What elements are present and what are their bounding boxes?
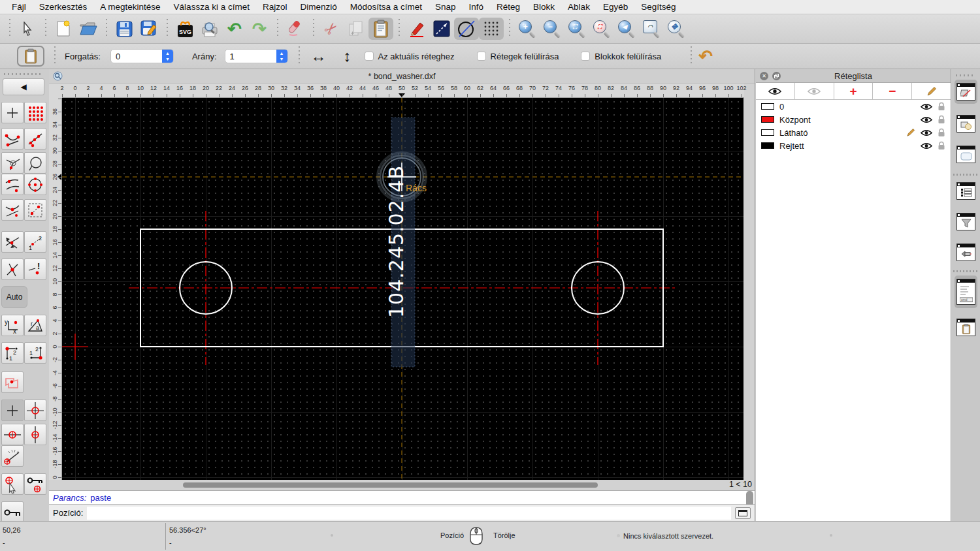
snap-distance-manual-button[interactable]: 12	[24, 231, 46, 253]
zoom-pan-button[interactable]: ✥	[664, 18, 689, 40]
snap-middle-button[interactable]	[1, 199, 24, 221]
menu-item-5[interactable]: Rajzol	[256, 2, 294, 12]
paste-option-checkbox-1[interactable]: Az aktuális réteghez	[365, 52, 455, 61]
drawing-canvas[interactable]: 104.245.02.4BRács	[62, 98, 744, 480]
dock-library-button[interactable]	[955, 142, 977, 166]
menu-item-13[interactable]: Egyéb	[596, 2, 634, 12]
zoom-in-button[interactable]: +	[515, 18, 540, 40]
layer-row-4[interactable]: Rejtett	[756, 139, 951, 152]
snap-auto-arrows-button[interactable]	[1, 231, 24, 253]
active-tool-paste-indicator[interactable]	[17, 46, 44, 67]
layer-visibility-icon[interactable]	[921, 103, 932, 110]
save-as-button[interactable]	[137, 18, 161, 40]
delete-button[interactable]	[283, 18, 308, 40]
menu-item-10[interactable]: Réteg	[490, 2, 527, 12]
hide-all-layers-button[interactable]	[795, 83, 834, 99]
copy-button[interactable]	[344, 18, 368, 40]
lock-button[interactable]	[1, 501, 24, 523]
new-file-button[interactable]	[51, 18, 76, 40]
float-panel-button[interactable]	[772, 72, 781, 80]
dock-drag-handle[interactable]	[956, 74, 975, 76]
layer-visibility-icon[interactable]	[921, 116, 932, 123]
zoom-previous-button[interactable]: ◀	[614, 18, 639, 40]
layer-lock-icon[interactable]	[938, 141, 945, 150]
layer-visibility-icon[interactable]	[921, 129, 932, 136]
zoom-select-button[interactable]: ⛶	[589, 18, 614, 40]
attributes-pen-button[interactable]	[404, 18, 429, 40]
snap-free-button[interactable]	[1, 102, 24, 123]
layer-row-2[interactable]: Központ	[756, 113, 951, 126]
layer-color-swatch[interactable]	[761, 103, 774, 110]
cut-button[interactable]: ✂	[319, 18, 344, 40]
checkbox-icon[interactable]	[365, 52, 374, 61]
document-icon[interactable]	[53, 71, 63, 81]
command-history[interactable]: Parancs: paste	[49, 490, 755, 505]
layer-name[interactable]: Látható	[779, 128, 901, 138]
zoom-out-button[interactable]: −	[540, 18, 564, 40]
menu-item-3[interactable]: A megtekintése	[93, 2, 167, 12]
edit-layer-button[interactable]	[912, 83, 951, 99]
menu-item-9[interactable]: Infó	[463, 2, 491, 12]
dock-plugin-button[interactable]	[955, 240, 977, 264]
document-tab-title[interactable]: * bond_washer.dxf	[49, 72, 755, 81]
snap-intersection-manual-button[interactable]: !	[24, 259, 46, 280]
horizontal-scrollbar[interactable]	[62, 480, 744, 490]
snap-on-entity-button[interactable]	[24, 128, 46, 150]
rotation-spinbox[interactable]: 0 ▲▼	[110, 49, 174, 63]
snap-perpendicular-button[interactable]	[1, 152, 24, 174]
zoom-auto-button[interactable]: ⛶	[564, 18, 589, 40]
dock-command-widget-button[interactable]: cmd	[955, 276, 977, 308]
svg-export-button[interactable]: SVG	[172, 18, 197, 40]
snap-distance-button[interactable]	[24, 199, 46, 221]
lock-relative-zero-button[interactable]	[24, 473, 46, 495]
menu-item-1[interactable]: Fájl	[5, 2, 33, 12]
restrict-angle-button[interactable]	[1, 445, 24, 467]
zoom-window-button[interactable]: ◠	[639, 18, 664, 40]
undo-button[interactable]: ↶	[222, 18, 247, 40]
palette-drag-handle[interactable]	[4, 73, 43, 75]
snap-reference-button[interactable]	[1, 371, 24, 393]
layer-color-swatch[interactable]	[761, 129, 774, 136]
dock-entity-list-button[interactable]	[955, 179, 977, 203]
remove-layer-button[interactable]: −	[873, 83, 912, 99]
menu-item-8[interactable]: Snap	[429, 2, 463, 12]
restrict-nothing-button[interactable]	[1, 400, 24, 421]
layer-name[interactable]: Központ	[779, 115, 915, 125]
layer-row-3[interactable]: Látható	[756, 126, 951, 139]
restrict-vertical-button[interactable]	[24, 424, 46, 445]
dock-filter-button[interactable]	[955, 210, 977, 234]
flip-vertical-button[interactable]: ↕	[344, 48, 351, 64]
stepper-icon[interactable]: ▲▼	[162, 49, 173, 63]
menu-item-14[interactable]: Segítség	[634, 2, 682, 12]
menu-item-6[interactable]: Dimenzió	[293, 2, 343, 12]
dock-block-list-button[interactable]	[955, 112, 977, 136]
scrollbar-thumb[interactable]	[183, 482, 598, 488]
snap-auto-button[interactable]: Auto	[1, 286, 27, 308]
snap-intersection-button[interactable]	[1, 259, 24, 280]
open-file-button[interactable]	[76, 18, 101, 40]
snap-on-circle-button[interactable]	[24, 152, 46, 174]
menu-item-12[interactable]: Ablak	[561, 2, 596, 12]
snap-endpoint-button[interactable]	[1, 128, 24, 150]
checkbox-icon[interactable]	[581, 52, 590, 61]
layer-color-swatch[interactable]	[761, 116, 774, 123]
menu-item-2[interactable]: Szerkesztés	[33, 2, 94, 12]
select-cursor-button[interactable]	[15, 18, 40, 40]
select-reference-button[interactable]	[1, 473, 24, 495]
circle-tool-button[interactable]	[454, 18, 479, 40]
flip-horizontal-button[interactable]: ↔	[311, 48, 327, 64]
dock-layer-list-button[interactable]	[955, 80, 977, 104]
menu-item-7[interactable]: Módosítsa a címet	[344, 2, 429, 12]
save-button[interactable]	[112, 18, 137, 40]
add-layer-button[interactable]: +	[834, 83, 874, 99]
paste-option-checkbox-2[interactable]: Rétegek felülírása	[477, 52, 559, 61]
set-relative-zero-button[interactable]	[24, 400, 46, 421]
layer-lock-icon[interactable]	[938, 102, 945, 111]
layer-color-swatch[interactable]	[761, 142, 774, 149]
layer-visibility-icon[interactable]	[921, 142, 932, 150]
grid-toggle-button[interactable]	[479, 18, 504, 40]
layer-row-1[interactable]: 0	[756, 100, 951, 113]
redo-button[interactable]: ↷	[247, 18, 272, 40]
checkbox-icon[interactable]	[477, 52, 486, 61]
print-preview-button[interactable]	[197, 18, 222, 40]
